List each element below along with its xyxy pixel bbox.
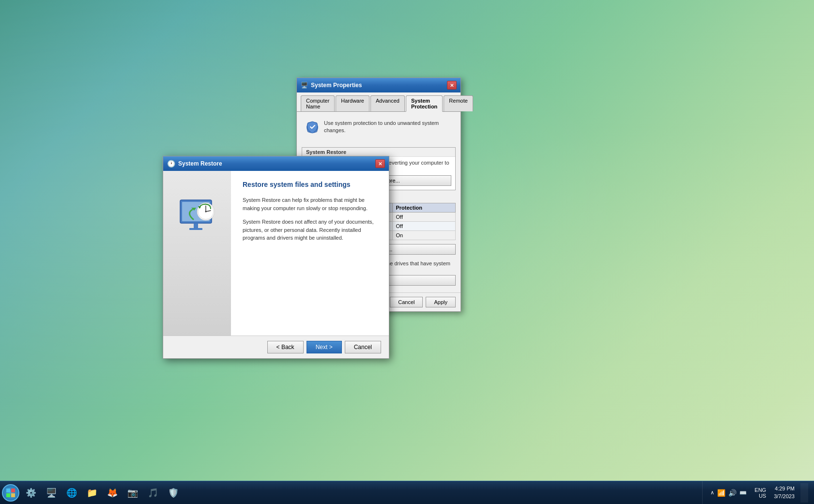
wizard-main-title: Restore system files and settings	[243, 181, 377, 188]
svg-rect-13	[6, 489, 10, 492]
wizard-body: Restore system files and settings System…	[163, 171, 389, 336]
tray-date: 3/7/2023	[774, 493, 795, 500]
tray-clock[interactable]: 4:29 PM 3/7/2023	[770, 485, 799, 500]
tray-speaker-icon[interactable]: 🔊	[728, 489, 737, 497]
protection-cell-3: On	[393, 231, 456, 240]
wizard-close-btn[interactable]: ✕	[375, 159, 385, 168]
protection-cell-2: Off	[393, 222, 456, 231]
windows-logo-icon	[6, 488, 15, 498]
protection-svg-icon	[305, 120, 320, 135]
sys-props-tabs: Computer Name Hardware Advanced System P…	[297, 92, 461, 112]
taskbar-icons: ⚙️ 🖥️ 🌐 📁 🦊 📷 🎵 🛡️	[21, 483, 702, 503]
tray-country-text: US	[759, 493, 766, 499]
taskbar-icon-ie[interactable]: 🌐	[62, 483, 81, 503]
tab-remote[interactable]: Remote	[444, 95, 473, 111]
sys-props-header: Use system protection to undo unwanted s…	[302, 117, 456, 141]
svg-rect-5	[189, 228, 202, 230]
taskbar-icon-computer[interactable]: 🖥️	[42, 483, 61, 503]
back-button[interactable]: < Back	[267, 341, 304, 353]
svg-rect-16	[11, 493, 15, 497]
tab-system-protection[interactable]: System Protection	[406, 95, 443, 112]
svg-rect-14	[11, 489, 15, 492]
wizard-illustration	[173, 185, 221, 239]
tray-lang-text: ENG	[754, 487, 766, 493]
wizard-para-2: System Restore does not affect any of yo…	[243, 218, 377, 242]
sys-props-description: Use system protection to undo unwanted s…	[324, 120, 453, 135]
start-button[interactable]	[2, 484, 19, 502]
taskbar-icon-settings[interactable]: ⚙️	[21, 483, 41, 503]
col-protection: Protection	[393, 203, 456, 213]
tab-computer-name[interactable]: Computer Name	[301, 95, 335, 111]
next-button[interactable]: Next >	[307, 341, 342, 353]
tray-network-icon[interactable]: 📶	[717, 489, 725, 497]
cancel-button[interactable]: Cancel	[390, 297, 423, 307]
tray-keyboard-icon[interactable]: ⌨️	[739, 489, 747, 496]
system-restore-wizard: 🕐 System Restore ✕	[163, 156, 389, 359]
wizard-content: Restore system files and settings System…	[231, 171, 389, 336]
tray-chevron-icon[interactable]: ∧	[710, 489, 714, 496]
wizard-para-1: System Restore can help fix problems tha…	[243, 196, 377, 212]
sys-props-title: System Properties	[311, 82, 362, 89]
taskbar-icon-photos[interactable]: 📷	[123, 483, 142, 503]
tray-lang: ENG US	[753, 487, 768, 499]
show-desktop-btn[interactable]	[800, 483, 808, 503]
svg-rect-4	[194, 223, 198, 228]
svg-rect-15	[6, 493, 10, 497]
taskbar-icon-firefox[interactable]: 🦊	[103, 483, 122, 503]
wizard-sidebar	[163, 171, 231, 336]
tray-icons: ∧ 📶 🔊 ⌨️	[706, 489, 751, 497]
tab-advanced[interactable]: Advanced	[370, 95, 405, 111]
sys-props-close-btn[interactable]: ✕	[447, 81, 457, 90]
wizard-titlebar-left: 🕐 System Restore	[167, 160, 222, 168]
taskbar-icon-media[interactable]: 🎵	[143, 483, 163, 503]
taskbar-icon-folder[interactable]: 📁	[82, 483, 102, 503]
titlebar-text-group: 🖥️ System Properties	[301, 82, 362, 89]
tray-time: 4:29 PM	[774, 485, 795, 492]
tab-hardware[interactable]: Hardware	[336, 95, 369, 111]
wizard-title-icon: 🕐	[167, 160, 175, 168]
taskbar-icon-misc[interactable]: 🛡️	[164, 483, 183, 503]
protection-cell-1: Off	[393, 213, 456, 222]
apply-button[interactable]: Apply	[426, 297, 456, 307]
sys-props-title-icon: 🖥️	[301, 82, 308, 89]
protection-icon	[305, 120, 320, 138]
system-properties-titlebar: 🖥️ System Properties ✕	[297, 78, 461, 92]
wizard-cancel-button[interactable]: Cancel	[345, 341, 381, 353]
wizard-title: System Restore	[178, 160, 222, 167]
wizard-illustration-svg	[173, 185, 221, 239]
taskbar: ⚙️ 🖥️ 🌐 📁 🦊 📷 🎵 🛡️ ∧ 📶 🔊 ⌨️ ENG US 4:29 …	[0, 481, 814, 504]
wizard-footer: < Back Next > Cancel	[163, 336, 389, 358]
wizard-titlebar: 🕐 System Restore ✕	[163, 156, 389, 171]
taskbar-tray: ∧ 📶 🔊 ⌨️ ENG US 4:29 PM 3/7/2023	[702, 481, 812, 504]
svg-point-10	[205, 211, 207, 213]
